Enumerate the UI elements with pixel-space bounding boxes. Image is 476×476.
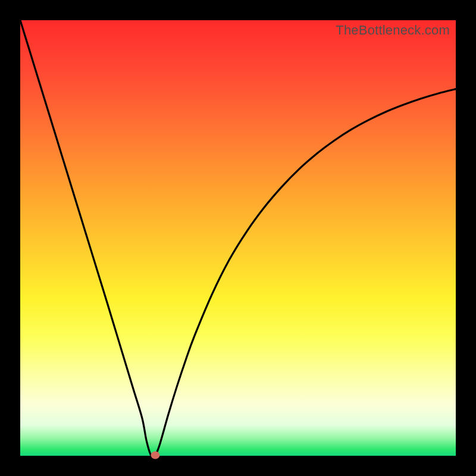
chart-frame: TheBottleneck.com <box>0 0 476 476</box>
plot-area: TheBottleneck.com <box>20 20 456 456</box>
minimum-marker <box>151 451 159 459</box>
bottleneck-curve <box>20 20 456 456</box>
